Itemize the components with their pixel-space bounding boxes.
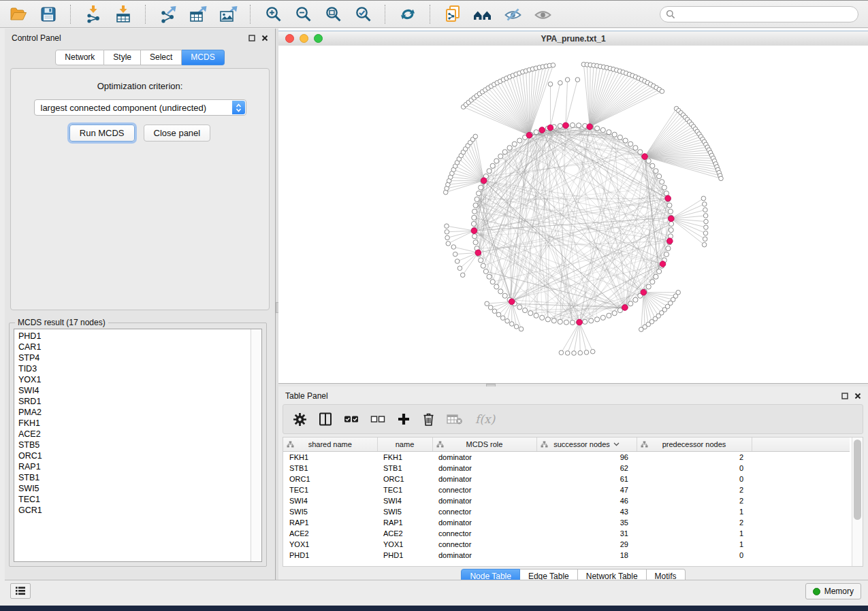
cell-mcds_role[interactable]: dominator: [432, 463, 536, 474]
search-input[interactable]: [660, 6, 858, 22]
cell-shared_name[interactable]: TEC1: [283, 484, 377, 495]
cell-name[interactable]: STB1: [377, 463, 432, 474]
mcds-result-item[interactable]: STB5: [18, 440, 251, 450]
cell-name[interactable]: RAP1: [377, 517, 432, 528]
deselect-all-icon[interactable]: [370, 414, 385, 425]
refresh-layout-icon[interactable]: [398, 4, 418, 24]
mcds-hub-node[interactable]: [660, 261, 666, 267]
network-canvas[interactable]: [278, 46, 868, 383]
table-scrollbar[interactable]: [852, 437, 863, 566]
mcds-result-item[interactable]: PMA2: [18, 407, 251, 418]
column-header-mcds-role[interactable]: MCDS role: [432, 437, 536, 452]
zoom-out-icon[interactable]: [293, 4, 313, 24]
cell-successor_nodes[interactable]: 96: [536, 452, 637, 463]
hide-selected-icon[interactable]: [502, 4, 523, 24]
cell-predecessor_nodes[interactable]: 1: [637, 528, 752, 539]
tab-network[interactable]: Network: [55, 50, 104, 65]
table-row[interactable]: ACE2ACE2connector311: [283, 528, 850, 539]
mcds-result-item[interactable]: SRD1: [18, 396, 251, 407]
cell-predecessor_nodes[interactable]: 0: [637, 463, 752, 474]
cell-successor_nodes[interactable]: 35: [536, 517, 637, 528]
cell-shared_name[interactable]: STB1: [283, 463, 377, 474]
tab-style[interactable]: Style: [104, 50, 141, 65]
cell-successor_nodes[interactable]: 47: [536, 484, 637, 495]
window-close-icon[interactable]: [285, 34, 294, 43]
split-columns-icon[interactable]: [319, 412, 332, 426]
mcds-hub-node[interactable]: [481, 178, 487, 184]
mcds-hub-node[interactable]: [642, 154, 648, 160]
cell-shared_name[interactable]: ORC1: [283, 474, 377, 484]
table-row[interactable]: ORC1ORC1dominator610: [283, 474, 850, 484]
mcds-result-item[interactable]: SWI5: [18, 483, 251, 494]
cell-mcds_role[interactable]: dominator: [432, 517, 536, 528]
table-row[interactable]: FKH1FKH1dominator962: [283, 452, 850, 463]
open-file-icon[interactable]: [8, 4, 29, 24]
cell-predecessor_nodes[interactable]: 2: [637, 517, 752, 528]
import-network-icon[interactable]: [83, 4, 103, 24]
run-mcds-button[interactable]: Run MCDS: [69, 125, 135, 142]
mcds-hub-node[interactable]: [526, 132, 532, 138]
window-minimize-icon[interactable]: [300, 34, 308, 43]
select-all-icon[interactable]: [344, 414, 359, 425]
float-panel-icon[interactable]: [248, 32, 255, 44]
mcds-result-item[interactable]: STP4: [18, 352, 251, 363]
cell-name[interactable]: ORC1: [377, 474, 432, 484]
mcds-result-item[interactable]: TID3: [18, 363, 251, 374]
tab-mcds[interactable]: MCDS: [182, 50, 224, 65]
mcds-hub-node[interactable]: [641, 289, 647, 295]
table-row[interactable]: YOX1YOX1connector291: [283, 539, 850, 550]
cell-shared_name[interactable]: SWI5: [283, 506, 377, 517]
column-header-successor-nodes[interactable]: successor nodes: [536, 437, 637, 452]
memory-button[interactable]: Memory: [805, 583, 861, 599]
mcds-result-item[interactable]: ORC1: [18, 450, 251, 461]
export-table-icon[interactable]: [188, 4, 208, 24]
cell-successor_nodes[interactable]: 43: [536, 506, 637, 517]
tab-select[interactable]: Select: [141, 50, 182, 65]
export-network-icon[interactable]: [158, 4, 178, 24]
table-row[interactable]: SWI4SWI4dominator462: [283, 495, 850, 506]
table-row[interactable]: RAP1RAP1dominator352: [283, 517, 850, 528]
column-header-predecessor-nodes[interactable]: predecessor nodes: [637, 437, 752, 452]
cell-successor_nodes[interactable]: 61: [536, 474, 637, 484]
mcds-hub-node[interactable]: [665, 195, 671, 201]
function-builder-icon[interactable]: f(x): [475, 411, 498, 427]
cell-name[interactable]: SWI5: [377, 506, 432, 517]
mcds-hub-node[interactable]: [563, 122, 569, 129]
export-image-icon[interactable]: [218, 4, 238, 24]
mcds-result-item[interactable]: GCR1: [18, 505, 251, 516]
close-panel-icon[interactable]: [261, 32, 268, 44]
mcds-hub-node[interactable]: [622, 305, 628, 311]
mcds-result-item[interactable]: ACE2: [18, 429, 251, 440]
first-neighbors-icon[interactable]: [472, 4, 493, 24]
cell-shared_name[interactable]: ACE2: [283, 528, 377, 539]
cell-successor_nodes[interactable]: 46: [536, 495, 637, 506]
cell-mcds_role[interactable]: dominator: [432, 474, 536, 484]
cell-successor_nodes[interactable]: 62: [536, 463, 637, 474]
mcds-hub-node[interactable]: [669, 216, 675, 222]
mcds-result-item[interactable]: STB1: [18, 472, 251, 483]
cell-predecessor_nodes[interactable]: 0: [637, 550, 752, 561]
task-history-button[interactable]: [10, 583, 31, 599]
mcds-hub-node[interactable]: [667, 238, 673, 244]
mcds-hub-node[interactable]: [539, 127, 545, 133]
cell-mcds_role[interactable]: dominator: [432, 550, 536, 561]
close-panel-icon[interactable]: [854, 390, 861, 402]
cell-successor_nodes[interactable]: 18: [536, 550, 637, 561]
mcds-hub-node[interactable]: [471, 228, 477, 234]
mcds-result-list[interactable]: PHD1CAR1STP4TID3YOX1SWI4SRD1PMA2FKH1ACE2…: [14, 329, 262, 562]
mcds-result-item[interactable]: RAP1: [18, 461, 251, 472]
table-row[interactable]: SWI5SWI5connector431: [283, 506, 850, 517]
cell-mcds_role[interactable]: dominator: [432, 495, 536, 506]
save-session-icon[interactable]: [38, 4, 59, 24]
table-settings-icon[interactable]: [293, 412, 307, 427]
import-table-icon[interactable]: [113, 4, 133, 24]
cell-mcds_role[interactable]: connector: [432, 539, 536, 550]
cell-predecessor_nodes[interactable]: 2: [637, 495, 752, 506]
mcds-result-item[interactable]: SWI4: [18, 385, 251, 396]
cell-shared_name[interactable]: YOX1: [283, 539, 377, 550]
mcds-hub-node[interactable]: [577, 319, 583, 325]
cell-predecessor_nodes[interactable]: 2: [637, 484, 752, 495]
cell-mcds_role[interactable]: dominator: [432, 452, 536, 463]
mcds-result-item[interactable]: FKH1: [18, 418, 251, 429]
table-row[interactable]: STB1STB1dominator620: [283, 463, 850, 474]
